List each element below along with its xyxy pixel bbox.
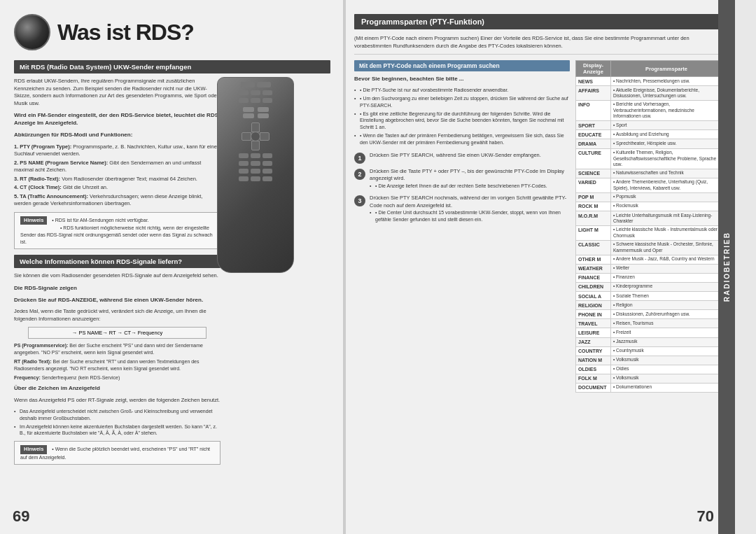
pty-desc-5: • Sprechtheater, Hörspiele usw. — [611, 139, 722, 148]
section1-items: 1. PTY (Program Type): Programmsparte, z… — [14, 143, 220, 208]
remote-btn-9[interactable] — [239, 153, 248, 158]
table-row: PHONE IN• Diskussionen, Zuhörerunfragen … — [576, 310, 722, 319]
step-3-container: 3 Drücken Sie PTY SEARCH nochmals, währe… — [354, 195, 570, 225]
section1-bold1: Wird ein FM-Sender eingestellt, der den … — [14, 111, 220, 127]
table-col2-header: Programmsparte — [611, 61, 722, 77]
pty-name-19: RELIGION — [576, 301, 611, 310]
remote-control — [217, 77, 301, 273]
pty-desc-10: • Rockmusik — [611, 202, 722, 211]
pty-desc-1: • Aktuelle Ereignisse, Dokumentarbericht… — [611, 86, 722, 101]
remote-btn-11[interactable] — [262, 153, 272, 158]
page-number-left: 69 — [13, 507, 29, 526]
remote-btn-1[interactable] — [241, 82, 255, 87]
remote-dpad-center[interactable] — [251, 132, 260, 141]
remote-vol-up[interactable] — [243, 107, 254, 112]
title-area: Was ist RDS? — [14, 14, 330, 50]
hinweis1-text: • RDS ist für AM-Sendungen nicht verfügb… — [52, 218, 148, 223]
remote-btn-13[interactable] — [251, 161, 260, 166]
remote-btn-4[interactable] — [251, 90, 260, 95]
hinweis-box-1: Hinweis • RDS ist für AM-Sendungen nicht… — [14, 212, 220, 250]
step-2-content: Drücken Sie die Taste PTY + oder PTY –, … — [370, 168, 570, 191]
table-row: VARIED• Andere Themenbereiche, Unterhalt… — [576, 178, 722, 192]
pty-name-26: OLDIES — [576, 365, 611, 374]
pty-desc-28: • Dokumentationen — [611, 383, 722, 392]
table-row: WEATHER• Wetter — [576, 264, 722, 273]
freq-text: Frequency: Senderfrequenz (kein RDS-Serv… — [14, 374, 220, 381]
remote-dpad-up[interactable] — [251, 122, 260, 132]
left-main-content: RDS erlaubt UKW-Sendern, Ihre regulären … — [14, 78, 220, 469]
remote-btn-10[interactable] — [251, 153, 260, 158]
table-row: CHILDREN• Kinderprogramme — [576, 282, 722, 291]
page-title: Was ist RDS? — [57, 20, 194, 45]
remote-tune-up[interactable] — [258, 107, 269, 112]
remote-dpad-left[interactable] — [241, 132, 251, 141]
pty-name-17: CHILDREN — [576, 282, 611, 291]
remote-btn-14[interactable] — [262, 161, 272, 166]
pty-name-9: POP M — [576, 192, 611, 202]
left-page: Was ist RDS? Mit RDS (Radio Data System)… — [0, 0, 343, 534]
hinweis2-text: • Wenn die Suche plötzlich beendet wird,… — [20, 447, 210, 460]
hinweis-label-2: Hinweis — [20, 445, 47, 454]
pty-desc-20: • Diskussionen, Zuhörerunfragen usw. — [611, 310, 722, 319]
section2-bullet2: Im Anzeigefeld können keine akzentuierte… — [14, 423, 220, 437]
pty-name-14: OTHER M — [576, 255, 611, 264]
step-1-number: 1 — [354, 153, 365, 164]
right-section-header: Programmsparten (PTY-Funktion) — [354, 14, 722, 29]
remote-btn-16[interactable] — [251, 169, 260, 174]
pty-desc-15: • Wetter — [611, 264, 722, 273]
remote-vol-down[interactable] — [243, 113, 254, 118]
pty-name-20: PHONE IN — [576, 310, 611, 319]
pty-desc-13: • Schwere klassische Musik - Orchester, … — [611, 240, 722, 255]
pty-desc-22: • Freizeit — [611, 328, 722, 337]
remote-btn-19[interactable] — [251, 176, 260, 181]
section2-subheader2: Über die Zeichen im Anzeigefeld — [14, 384, 220, 392]
remote-btn-2[interactable] — [257, 82, 271, 87]
section2-header: Welche Informationen können RDS-Signale … — [14, 255, 220, 268]
table-row: EDUCATE• Ausbildung und Erziehung — [576, 130, 722, 139]
table-row: INFO• Berichte und Vorhersagen, Verbrauc… — [576, 100, 722, 120]
pty-name-6: CULTURE — [576, 148, 611, 169]
remote-btn-18[interactable] — [239, 176, 248, 181]
remote-tune-down[interactable] — [258, 113, 269, 118]
page-container: Was ist RDS? Mit RDS (Radio Data System)… — [0, 0, 756, 534]
ps-text: PS (Programmservice): Bei der Suche ersc… — [14, 342, 220, 356]
pty-name-4: EDUCATE — [576, 130, 611, 139]
pty-name-28: DOCUMENT — [576, 383, 611, 392]
side-label: RADIOBETRIEB — [718, 0, 735, 534]
pty-desc-9: • Popmusik — [611, 192, 722, 202]
pty-name-10: ROCK M — [576, 202, 611, 211]
pty-name-11: M.O.R.M — [576, 211, 611, 226]
pty-desc-19: • Religion — [611, 301, 722, 310]
remote-btn-20[interactable] — [262, 176, 272, 181]
remote-btn-12[interactable] — [239, 161, 248, 166]
remote-btn-15[interactable] — [239, 169, 248, 174]
step-3-number: 3 — [354, 195, 365, 206]
step-2-container: 2 Drücken Sie die Taste PTY + oder PTY –… — [354, 168, 570, 191]
item-1: 1. PTY (Program Type): Programmsparte, z… — [14, 143, 220, 158]
hinweis-box-2: Hinweis • Wenn die Suche plötzlich beend… — [14, 441, 220, 465]
step-2-number: 2 — [354, 169, 365, 180]
remote-btn-6[interactable] — [239, 98, 248, 103]
table-row: OLDIES• Oldies — [576, 365, 722, 374]
pty-table: Display-Anzeige Programmsparte NEWS• Nac… — [575, 60, 722, 393]
step-3-content: Drücken Sie PTY SEARCH nochmals, während… — [370, 195, 570, 225]
remote-btn-5[interactable] — [262, 90, 272, 95]
remote-dpad-down[interactable] — [251, 141, 260, 150]
section2-subheader1: Die RDS-Signale zeigen — [14, 284, 220, 292]
pty-desc-11: • Leichte Unterhaltungsmusik mit Easy-Li… — [611, 211, 722, 226]
pty-table-area: Display-Anzeige Programmsparte NEWS• Nac… — [575, 60, 722, 393]
rt-text: RT (Radio Text): Bei der Suche erscheint… — [14, 358, 220, 372]
section1-subheader: Abkürzungen für RDS-Modi und Funktionen: — [14, 131, 220, 139]
remote-btn-8[interactable] — [262, 98, 272, 103]
remote-dpad-right[interactable] — [260, 132, 270, 141]
pty-name-23: JAZZ — [576, 337, 611, 346]
left-with-remote: RDS erlaubt UKW-Sendern, Ihre regulären … — [14, 78, 330, 469]
pty-desc-21: • Reisen, Tourismus — [611, 319, 722, 328]
remote-btn-17[interactable] — [262, 169, 272, 174]
pty-name-12: LIGHT M — [576, 225, 611, 240]
ptr-section-header: Mit dem PTY-Code nach einem Programm suc… — [354, 60, 570, 71]
right-page: Programmsparten (PTY-Funktion) (Mit eine… — [346, 0, 735, 534]
section2-intro: Sie können die vom Radiosender gesendete… — [14, 272, 220, 280]
remote-btn-7[interactable] — [251, 98, 260, 103]
remote-btn-3[interactable] — [239, 90, 248, 95]
